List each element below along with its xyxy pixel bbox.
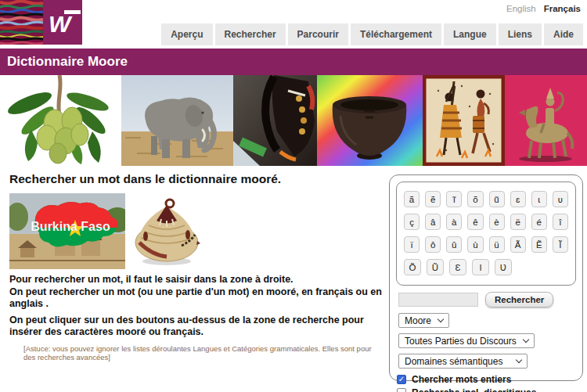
char-button[interactable]: ã: [404, 191, 420, 207]
elephant-image: [121, 75, 233, 166]
char-button[interactable]: â: [425, 214, 441, 230]
w-logo-mark: W: [43, 0, 82, 45]
char-button[interactable]: ê: [467, 214, 483, 230]
lang-link-francais[interactable]: Français: [544, 4, 581, 13]
char-row-1: ã ẽ ĩ õ ũ ɛ ɩ ʋ: [404, 191, 568, 207]
intro-images: Burkina Faso: [9, 193, 385, 269]
decorated-horse-head-image: [233, 75, 317, 166]
webonary-logo[interactable]: W: [0, 0, 82, 45]
char-button[interactable]: ü: [489, 236, 505, 253]
char-button[interactable]: ç: [404, 214, 420, 230]
part-of-speech-select-value: Toutes Parties du Discours: [405, 336, 517, 347]
nav-rechercher[interactable]: Rechercher: [215, 23, 286, 45]
chevron-down-icon: [438, 316, 444, 322]
diacritics-option: Recherche incl. diacritiques: [397, 387, 582, 392]
header: W EnglishFrançais Aperçu Rechercher Parc…: [0, 0, 587, 49]
instructions: Pour rechercher un mot, il faut le saisi…: [9, 274, 385, 338]
instruction-line-1: Pour rechercher un mot, il faut le saisi…: [9, 274, 385, 286]
special-character-keypad: ã ẽ ĩ õ ũ ɛ ɩ ʋ ç â à ê è ë é î ï ô û ù …: [396, 182, 576, 286]
char-button[interactable]: ɩ: [531, 191, 547, 207]
instruction-line-3: On peut cliquer sur un des boutons au-de…: [9, 315, 379, 338]
char-button[interactable]: Ã: [510, 236, 526, 253]
bronze-horseman-statue-image: [505, 75, 587, 166]
part-of-speech-select[interactable]: Toutes Parties du Discours: [398, 333, 535, 348]
char-button[interactable]: Õ: [404, 259, 421, 275]
chevron-down-icon: [516, 357, 522, 363]
char-button[interactable]: î: [553, 214, 568, 230]
language-switcher: EnglishFrançais: [506, 4, 581, 13]
nav-langue[interactable]: Langue: [444, 23, 496, 45]
instruction-line-2: On peut rechercher un mot (ou une partie…: [9, 286, 385, 310]
site-title-banner: Dictionnaire Moore: [0, 49, 587, 75]
char-button[interactable]: ï: [404, 236, 420, 253]
shea-fruit-branch-image: [0, 75, 121, 166]
nav-telechargement[interactable]: Téléchargement: [351, 23, 441, 45]
char-row-3: ï ô û ù ü Ã Ẽ Ĩ: [404, 236, 568, 253]
burkina-faso-map-image: Burkina Faso: [9, 193, 125, 269]
search-options: Chercher mots entiers Recherche incl. di…: [397, 374, 582, 392]
nav-aide[interactable]: Aide: [544, 23, 583, 45]
textile-logo-image: [0, 0, 43, 45]
african-batik-art-image: [423, 75, 505, 166]
language-select-value: Moore: [405, 315, 431, 326]
search-button[interactable]: Rechercher: [485, 292, 553, 307]
char-button[interactable]: Ẽ: [531, 236, 547, 253]
char-button[interactable]: è: [489, 214, 505, 230]
woven-hat-image: [133, 197, 200, 269]
search-row: Rechercher: [398, 292, 576, 307]
page-title: Rechercher un mot dans le dictionnaire m…: [9, 172, 385, 186]
search-tip: [Astuce: vous pouvez ignorer les listes …: [23, 344, 385, 361]
chevron-down-icon: [522, 336, 528, 343]
clay-pot-rainbow-image: [317, 75, 423, 166]
nav-liens[interactable]: Liens: [499, 23, 542, 45]
diacritics-label: Recherche incl. diacritiques: [412, 387, 536, 392]
site-title: Dictionnaire Moore: [7, 54, 128, 70]
char-button[interactable]: Ʋ: [495, 259, 512, 275]
char-button[interactable]: Ĩ: [553, 236, 568, 253]
char-button[interactable]: é: [531, 214, 547, 230]
semantic-domain-select-value: Domaines sémantiques: [405, 356, 502, 367]
char-button[interactable]: ô: [425, 236, 441, 253]
lang-link-english[interactable]: English: [506, 4, 536, 13]
header-image-strip: [0, 75, 587, 166]
search-input[interactable]: [398, 293, 478, 307]
whole-words-checkbox[interactable]: [397, 375, 406, 384]
search-panel: ã ẽ ĩ õ ũ ɛ ɩ ʋ ç â à ê è ë é î ï ô û ù …: [389, 174, 583, 381]
char-button[interactable]: ɛ: [510, 191, 526, 207]
char-button[interactable]: ũ: [489, 191, 505, 207]
whole-words-label: Chercher mots entiers: [412, 374, 511, 385]
char-button[interactable]: Ɛ: [449, 259, 466, 275]
char-button[interactable]: û: [446, 236, 462, 253]
char-button[interactable]: Ũ: [427, 259, 444, 275]
char-button[interactable]: ë: [510, 214, 526, 230]
char-button[interactable]: õ: [467, 191, 483, 207]
nav-parcourir[interactable]: Parcourir: [288, 23, 348, 45]
char-button[interactable]: ẽ: [425, 191, 441, 207]
char-button[interactable]: à: [446, 214, 462, 230]
main-nav: Aperçu Rechercher Parcourir Téléchargeme…: [161, 23, 583, 45]
whole-words-option: Chercher mots entiers: [397, 374, 582, 385]
main-content: Rechercher un mot dans le dictionnaire m…: [0, 172, 385, 361]
svg-text:W: W: [49, 11, 73, 37]
char-row-4: Õ Ũ Ɛ Ɩ Ʋ: [404, 259, 568, 275]
char-button[interactable]: Ɩ: [472, 259, 489, 275]
diacritics-checkbox[interactable]: [397, 388, 406, 392]
char-button[interactable]: ĩ: [446, 191, 462, 207]
char-button[interactable]: ʋ: [553, 191, 568, 207]
char-button[interactable]: ù: [467, 236, 483, 253]
svg-text:Burkina Faso: Burkina Faso: [31, 220, 110, 233]
semantic-domain-select[interactable]: Domaines sémantiques: [398, 354, 528, 369]
char-row-2: ç â à ê è ë é î: [404, 214, 568, 230]
nav-apercu[interactable]: Aperçu: [161, 23, 212, 45]
language-select[interactable]: Moore: [398, 313, 449, 328]
